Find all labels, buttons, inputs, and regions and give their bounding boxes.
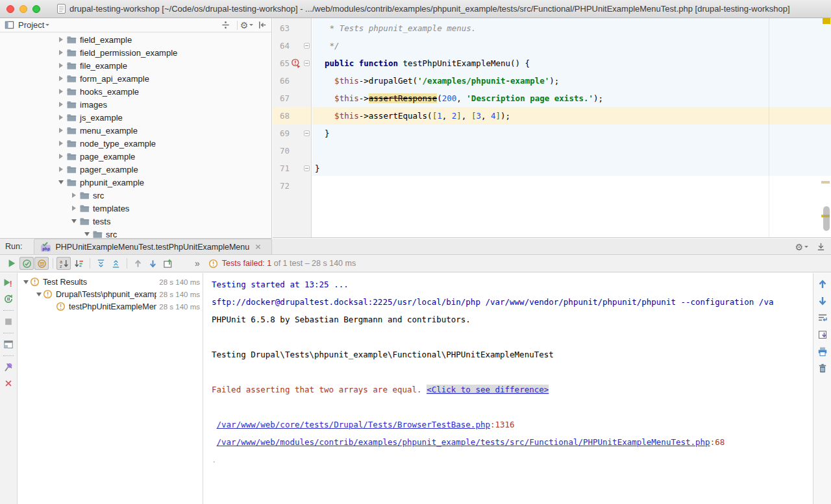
code-line[interactable]: [312, 177, 831, 195]
navigate-down-button[interactable]: [817, 295, 828, 307]
warning-stripe-mark[interactable]: [821, 181, 830, 184]
code-token-deprecated: assertResponse: [369, 93, 437, 103]
line-number: 67: [273, 93, 290, 103]
chevron-down-icon[interactable]: [57, 180, 65, 184]
minimize-window-button[interactable]: [19, 5, 27, 13]
chevron-right-icon[interactable]: [57, 154, 65, 159]
chevron-right-icon[interactable]: [70, 193, 78, 198]
code-line[interactable]: */: [312, 37, 831, 54]
project-panel-title[interactable]: Project: [18, 20, 44, 30]
gear-icon[interactable]: ⚙: [240, 19, 253, 31]
restore-layout-button[interactable]: [3, 339, 14, 350]
gear-icon[interactable]: ⚙: [795, 243, 808, 252]
console-line: [212, 363, 813, 381]
chevron-right-icon[interactable]: [57, 141, 65, 146]
navigate-up-button[interactable]: [817, 278, 828, 290]
sort-by-duration-button[interactable]: [71, 257, 86, 270]
code-fold-marker-icon[interactable]: [304, 43, 310, 49]
run-tab[interactable]: php PHPUnitExampleMenuTest.testPhpUnitEx…: [34, 239, 272, 254]
code-fold-marker-icon[interactable]: [304, 60, 310, 66]
chevron-right-icon[interactable]: [57, 76, 65, 81]
project-tree-item[interactable]: tests: [0, 215, 271, 228]
project-tree-item[interactable]: hooks_example: [0, 85, 271, 98]
clear-all-button[interactable]: [817, 363, 828, 374]
code-line[interactable]: $this->drupalGet('/examples/phpunit-exam…: [312, 72, 831, 90]
rerun-circle-button[interactable]: [3, 293, 14, 305]
chevron-right-icon[interactable]: [57, 115, 65, 120]
project-tree-item[interactable]: pager_example: [0, 163, 271, 176]
stacktrace-link[interactable]: /var/www/web/core/tests/Drupal/Tests/Bro…: [217, 420, 490, 429]
code-line[interactable]: public function testPhpUnitExampleMenu()…: [312, 54, 831, 72]
code-fold-marker-icon[interactable]: [304, 130, 310, 136]
project-tree-item[interactable]: images: [0, 98, 271, 111]
project-tree-item[interactable]: src: [0, 189, 271, 202]
pin-tab-button[interactable]: [3, 361, 14, 373]
project-tree-item[interactable]: field_example: [0, 33, 271, 46]
chevron-right-icon[interactable]: [70, 206, 78, 211]
hide-toolwindow-icon[interactable]: [816, 242, 826, 252]
show-ignored-button[interactable]: [34, 257, 49, 270]
project-tree-item[interactable]: file_example: [0, 59, 271, 72]
project-tree-item[interactable]: templates: [0, 202, 271, 215]
zoom-window-button[interactable]: [32, 5, 40, 13]
inspection-status-indicator[interactable]: [823, 18, 830, 24]
hide-panel-icon[interactable]: [256, 19, 269, 31]
editor-scrollbar-thumb[interactable]: [823, 206, 830, 231]
project-tree-item[interactable]: js_example: [0, 111, 271, 124]
project-tree-item[interactable]: src: [0, 228, 271, 238]
chevron-right-icon[interactable]: [57, 167, 65, 172]
test-failed-icon[interactable]: [291, 58, 301, 69]
chevron-right-icon[interactable]: [57, 50, 65, 55]
close-tab-icon[interactable]: [254, 243, 262, 250]
chevron-down-icon[interactable]: [45, 24, 49, 28]
console-text: Failed asserting that two arrays are equ…: [212, 385, 427, 394]
code-fold-marker-icon[interactable]: [304, 165, 310, 171]
chevron-right-icon[interactable]: [57, 128, 65, 133]
test-tree-row[interactable]: Drupal\Tests\phpunit_example\Functional\…: [18, 288, 203, 300]
project-tree-item[interactable]: node_type_example: [0, 137, 271, 150]
code-line[interactable]: [312, 142, 831, 160]
project-tree-item[interactable]: menu_example: [0, 124, 271, 137]
print-button[interactable]: [817, 346, 828, 357]
chevron-right-icon[interactable]: [57, 37, 65, 42]
close-window-button[interactable]: [6, 5, 14, 13]
code-token-comment: */: [315, 41, 340, 51]
run-play-button[interactable]: [5, 257, 19, 270]
chevron-right-icon[interactable]: [57, 89, 65, 94]
sort-alphabetically-button[interactable]: az: [56, 257, 71, 270]
code-line[interactable]: }: [312, 125, 831, 142]
soft-wrap-button[interactable]: [817, 312, 828, 324]
chevron-right-icon[interactable]: [57, 102, 65, 107]
scroll-from-source-icon[interactable]: [219, 19, 232, 31]
test-tree-row[interactable]: Test Results28 s 140 ms: [18, 276, 203, 288]
test-tree-row[interactable]: testPhpUnitExampleMenu28 s 140 ms: [18, 300, 203, 313]
chevron-down-icon[interactable]: [35, 293, 43, 296]
project-tree-item[interactable]: field_permission_example: [0, 46, 271, 59]
chevron-down-icon[interactable]: [22, 280, 30, 284]
code-line[interactable]: }: [312, 160, 831, 177]
rerun-failed-tests-button[interactable]: !: [3, 277, 14, 289]
scroll-to-end-button[interactable]: [817, 329, 828, 341]
next-failed-test-button[interactable]: [145, 257, 160, 270]
expand-all-button[interactable]: [93, 257, 108, 270]
code-line[interactable]: * Tests phpunit_example menus.: [312, 19, 831, 37]
collapse-all-button[interactable]: [108, 257, 123, 270]
stacktrace-link[interactable]: /var/www/web/modules/contrib/examples/ph…: [217, 437, 710, 447]
code-line[interactable]: $this->assertEquals([1, 2], [3, 4]);: [312, 107, 831, 125]
project-tree-item[interactable]: phpunit_example: [0, 176, 271, 189]
code-editor[interactable]: 63646566676869707172 * Tests phpunit_exa…: [273, 18, 831, 238]
gutter-line: 68: [273, 107, 311, 125]
close-button[interactable]: [3, 378, 14, 389]
editor-code-area[interactable]: * Tests phpunit_example menus. */ public…: [312, 18, 831, 237]
code-token-plain: ->assertEquals(: [359, 111, 432, 121]
project-tree-item[interactable]: page_example: [0, 150, 271, 163]
import-test-results-button[interactable]: [160, 257, 175, 270]
project-tree-item[interactable]: form_api_example: [0, 72, 271, 85]
show-passed-button[interactable]: [19, 257, 34, 270]
chevron-down-icon[interactable]: [70, 219, 78, 223]
chevron-right-icon[interactable]: [57, 63, 65, 68]
click-to-see-difference-link[interactable]: <Click to see difference>: [427, 385, 549, 394]
chevron-down-icon[interactable]: [83, 232, 91, 236]
more-actions-icon[interactable]: »: [195, 258, 201, 269]
code-line[interactable]: $this->assertResponse(200, 'Description …: [312, 90, 831, 107]
